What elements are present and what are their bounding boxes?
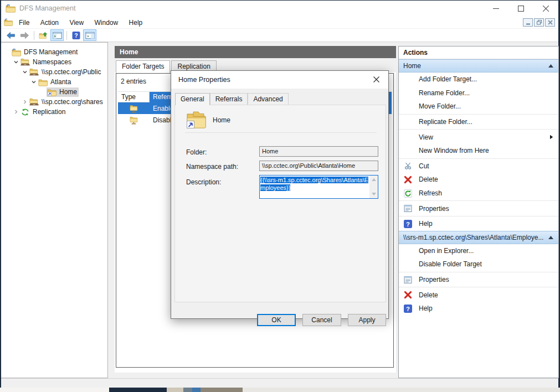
tab-folder-targets[interactable]: Folder Targets [116,60,170,73]
export-list-icon[interactable] [37,29,50,41]
tree-item[interactable]: Atlanta [1,77,107,87]
tree-item-body[interactable]: Replication [20,107,67,117]
action-section-header[interactable]: Home [399,59,558,73]
action-item[interactable]: View [399,130,558,144]
action-item-label: Delete [419,291,558,299]
action-item[interactable]: ?Help [399,302,558,316]
minimize-button[interactable] [484,1,508,17]
delete-icon [404,291,419,299]
dfs-folder-large-icon [186,111,206,128]
refresh-icon [404,189,419,198]
back-icon[interactable] [4,29,17,41]
tree-item-body[interactable]: DFS Management [11,48,79,57]
tree-item[interactable]: Namespaces [1,57,107,67]
child-restore-button[interactable] [534,18,544,27]
tree-item[interactable]: DFS Management [1,47,107,57]
tree-item-body[interactable]: \\sp.cctec.org\Public [29,68,102,77]
action-item-label: New Window from Here [419,147,558,154]
action-item-label: Replicate Folder... [419,118,558,126]
folder-target-icon [118,116,150,125]
tree-item[interactable]: Home [1,87,107,97]
result-pane-header: Home [115,46,396,58]
menu-view[interactable]: View [65,17,88,28]
action-item-label: Delete [419,176,558,183]
action-item[interactable]: Delete [399,173,558,187]
namespace-icon [20,58,30,66]
action-item-label: Properties [419,276,558,283]
close-button[interactable] [533,1,558,17]
svg-text:?: ? [74,32,78,39]
action-item[interactable]: Delete [399,288,558,302]
action-item[interactable]: Open in Explorer... [399,244,558,258]
action-item[interactable]: Refresh [399,187,558,200]
action-item[interactable]: Disable Folder Target [399,257,558,271]
forward-icon[interactable] [18,29,31,41]
chevron-down-icon[interactable] [12,58,20,66]
menu-action[interactable]: Action [36,17,63,28]
tree-item-label: Home [59,88,77,96]
tree-item-body[interactable]: Atlanta [38,78,73,87]
tree-item-label: \\sp.cctec.org\Public [42,68,101,76]
tree-item-body[interactable]: Home [47,87,79,97]
tree-item[interactable]: \\sp.cctec.org\shares [1,97,107,107]
child-minimize-button[interactable] [523,18,533,27]
dialog-tabs: General Referrals Advanced [175,93,289,105]
child-close-button[interactable] [545,18,555,27]
dialog-close-icon[interactable] [364,71,388,88]
namespace-path-field-label: Namespace path: [186,163,238,171]
chevron-down-icon[interactable] [30,78,38,86]
tree-item-label: Replication [33,108,65,116]
menu-help[interactable]: Help [125,17,147,28]
help-toolbar-icon[interactable]: ? [69,29,83,41]
chevron-right-icon[interactable] [12,108,20,116]
scroll-down-icon[interactable] [372,193,376,195]
action-item[interactable]: Add Folder Target... [399,73,558,86]
action-item[interactable]: Rename Folder... [399,86,558,100]
help-icon: ? [404,305,419,313]
console-tree: DFS ManagementNamespaces\\sp.cctec.org\P… [1,42,108,378]
desktop-sliver [109,388,167,392]
cancel-button[interactable]: Cancel [302,314,341,326]
namespace-path-field[interactable]: \\sp.cctec.org\Public\Atlanta\Home [259,161,378,171]
action-item[interactable]: ?Help [399,217,558,231]
chevron-right-icon[interactable] [21,98,29,106]
column-header-type[interactable]: Type [118,92,150,102]
folder-field[interactable]: Home [259,146,378,157]
tree-item-body[interactable]: Namespaces [20,58,73,67]
action-item-label: Move Folder... [419,102,558,110]
window-title: DFS Management [19,4,75,12]
show-hide-console-tree-icon[interactable] [50,29,64,41]
description-field[interactable]: {{\\srs-m1.sp.cctec.org\Shares\Atlanta\E… [259,175,378,199]
namespace-icon [29,68,39,76]
toolbar-separator [34,31,34,40]
action-item[interactable]: Move Folder... [399,100,558,114]
chevron-spacer [3,48,11,56]
tree-item[interactable]: Replication [1,107,107,117]
action-item[interactable]: New Window from Here [399,144,558,158]
tree-item-body[interactable]: \\sp.cctec.org\shares [29,97,105,107]
dialog-tab-advanced[interactable]: Advanced [248,93,288,105]
collapse-arrow-icon[interactable] [548,62,554,70]
action-separator [399,114,558,115]
chevron-down-icon[interactable] [21,68,29,76]
dialog-tab-referrals[interactable]: Referrals [210,93,248,105]
menu-file[interactable]: File [14,17,34,28]
maximize-button[interactable] [508,1,533,17]
dialog-tab-general[interactable]: General [175,93,210,105]
action-item[interactable]: Cut [399,159,558,173]
collapse-arrow-icon[interactable] [548,234,554,241]
action-section-header[interactable]: \\srs-m1.sp.cctec.org\Shares\Atlanta\Emp… [399,231,558,244]
tree-item[interactable]: \\sp.cctec.org\Public [1,67,107,77]
menu-window[interactable]: Window [90,17,123,28]
show-hide-action-pane-icon[interactable] [83,29,96,41]
action-item-label: Help [419,220,558,228]
action-item[interactable]: Properties [399,202,558,215]
description-scrollbar[interactable] [369,176,378,198]
action-separator [399,216,558,216]
action-item[interactable]: Properties [399,273,558,287]
action-item[interactable]: Replicate Folder... [399,115,558,129]
scroll-up-icon[interactable] [372,178,376,181]
ok-button[interactable]: OK [257,314,296,326]
apply-button[interactable]: Apply [348,314,386,326]
action-separator [399,272,558,272]
